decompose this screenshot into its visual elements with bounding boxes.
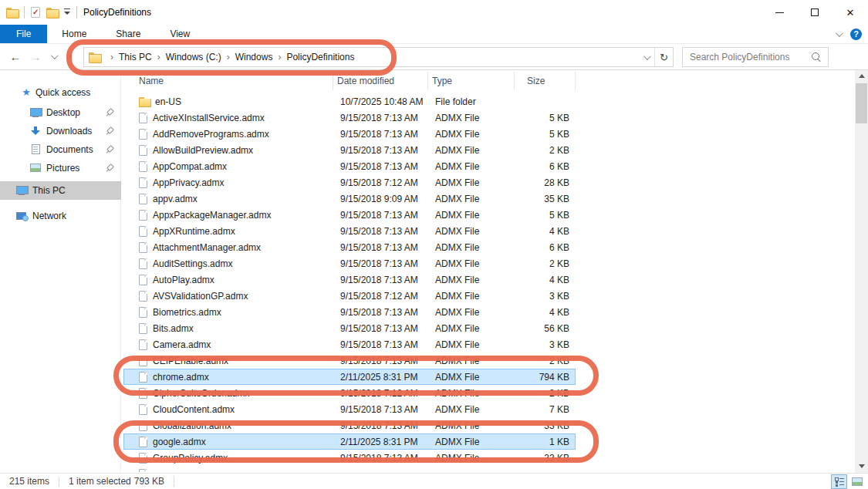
minimize-button[interactable] [762, 0, 797, 25]
customize-toolbar-icon[interactable] [64, 8, 70, 16]
expand-ribbon-icon[interactable] [836, 29, 843, 37]
sidebar-item-downloads[interactable]: Downloads [0, 123, 121, 139]
file-icon [139, 145, 147, 156]
file-icon [139, 291, 147, 302]
file-date: 2/11/2025 8:31 PM [334, 372, 429, 383]
tab-home[interactable]: Home [47, 25, 101, 43]
file-icon [139, 113, 147, 123]
file-name: AttachmentManager.admx [153, 242, 261, 253]
downloads-icon [31, 126, 40, 136]
file-row[interactable]: AuditSettings.admx 9/15/2018 7:13 AM ADM… [123, 255, 576, 271]
status-divider [174, 477, 174, 487]
toolbar-divider [76, 6, 77, 19]
file-name: chrome.admx [153, 372, 209, 383]
file-row[interactable]: AppPrivacy.admx 9/15/2018 7:12 AM ADMX F… [123, 174, 576, 191]
file-row[interactable]: AppXRuntime.admx 9/15/2018 7:13 AM ADMX … [123, 223, 576, 239]
file-row[interactable]: Camera.admx 9/15/2018 7:13 AM ADMX File … [123, 336, 576, 352]
breadcrumb-windows[interactable]: Windows [235, 52, 273, 62]
file-name: CEIPEnable.admx [153, 356, 228, 366]
file-row[interactable]: chrome.admx 2/11/2025 8:31 PM ADMX File … [123, 369, 576, 385]
new-folder-icon[interactable] [46, 8, 58, 17]
column-header-date-modified[interactable]: Date modified [333, 72, 428, 90]
file-row[interactable]: CipherSuiteOrder.admx 9/15/2018 7:12 AM … [123, 385, 576, 401]
file-row[interactable]: AddRemovePrograms.admx 9/15/2018 7:13 AM… [123, 126, 576, 142]
close-button[interactable]: ✕ [833, 0, 868, 25]
file-size: 5 KB [515, 113, 576, 123]
file-icon [139, 420, 147, 431]
refresh-icon[interactable]: ↻ [654, 48, 673, 66]
search-icon[interactable] [811, 52, 822, 62]
scroll-down-icon[interactable] [855, 460, 868, 472]
file-type: ADMX File [429, 404, 515, 415]
file-type: ADMX File [429, 129, 515, 140]
file-row[interactable]: Biometrics.admx 9/15/2018 7:13 AM ADMX F… [123, 304, 576, 320]
up-button[interactable]: ↑ [62, 44, 79, 69]
file-row[interactable]: AttachmentManager.admx 9/15/2018 7:13 AM… [123, 239, 576, 255]
maximize-button[interactable] [797, 0, 833, 25]
address-dropdown-icon[interactable] [637, 52, 654, 62]
file-row[interactable]: CloudContent.admx 9/15/2018 7:13 AM ADMX… [123, 401, 576, 417]
file-name: Bits.admx [153, 323, 194, 334]
sidebar-item-pictures[interactable]: Pictures [0, 160, 121, 176]
scrollbar-thumb[interactable] [856, 83, 867, 123]
file-row[interactable]: Globalization.admx 9/15/2018 7:13 AM ADM… [123, 417, 576, 433]
file-date: 9/15/2018 7:13 AM [334, 275, 429, 285]
file-row[interactable]: appv.admx 9/15/2018 9:09 AM ADMX File 35… [123, 191, 576, 207]
file-row[interactable]: AVSValidationGP.admx 9/15/2018 7:12 AM A… [123, 288, 576, 304]
sidebar-item-quick-access[interactable]: ★ Quick access [0, 84, 121, 100]
tab-file[interactable]: File [0, 25, 47, 43]
thumbnail-view-button[interactable] [849, 474, 865, 489]
quick-access-toolbar [6, 0, 77, 25]
file-name: google.admx [153, 437, 206, 447]
file-row[interactable]: ActiveXInstallService.admx 9/15/2018 7:1… [123, 110, 576, 126]
this-pc-icon [16, 186, 27, 195]
breadcrumb-this-pc[interactable]: This PC [119, 52, 152, 62]
file-icon [139, 242, 147, 253]
file-date: 9/15/2018 7:12 AM [334, 291, 429, 302]
file-row[interactable]: en-US 10/7/2025 10:48 AM File folder [123, 93, 576, 110]
forward-button[interactable]: → [26, 44, 45, 69]
breadcrumb-policydefinitions[interactable]: PolicyDefinitions [286, 52, 354, 62]
file-icon [139, 372, 147, 383]
details-view-button[interactable] [831, 474, 847, 489]
properties-icon[interactable] [31, 7, 40, 18]
file-row[interactable]: AppxPackageManager.admx 9/15/2018 7:13 A… [123, 207, 576, 223]
column-header-name[interactable]: Name [123, 72, 333, 90]
breadcrumb[interactable]: › This PC › Windows (C:) › Windows › Pol… [83, 47, 674, 67]
file-type: ADMX File [429, 177, 515, 188]
sidebar-item-this-pc[interactable]: This PC [0, 181, 121, 200]
sidebar-item-documents[interactable]: Documents [0, 141, 121, 157]
vertical-scrollbar[interactable] [855, 70, 868, 473]
file-icon [139, 469, 147, 473]
file-name: AppXRuntime.admx [153, 226, 235, 237]
file-row[interactable]: AllowBuildPreview.admx 9/15/2018 7:13 AM… [123, 142, 576, 158]
file-row[interactable]: AppCompat.admx 9/15/2018 7:13 AM ADMX Fi… [123, 158, 576, 174]
recent-locations-icon[interactable] [46, 44, 60, 69]
sidebar-item-network[interactable]: Network [0, 207, 121, 224]
quick-access-star-icon: ★ [22, 86, 31, 98]
file-type: ADMX File [429, 356, 515, 366]
file-date: 9/15/2018 7:13 AM [334, 113, 429, 123]
column-header-type[interactable]: Type [428, 72, 515, 90]
breadcrumb-windows-c[interactable]: Windows (C:) [166, 52, 221, 62]
file-name: AllowBuildPreview.admx [153, 145, 253, 156]
file-row[interactable]: CEIPEnable.admx 9/15/2018 7:13 AM ADMX F… [123, 352, 576, 369]
ribbon-tab-bar: File Home Share View ? [0, 25, 868, 44]
file-row[interactable]: google.admx 2/11/2025 8:31 PM ADMX File … [123, 433, 576, 450]
tab-view[interactable]: View [155, 25, 204, 43]
file-date: 2/11/2025 8:31 PM [334, 437, 429, 447]
scroll-up-icon[interactable] [855, 70, 868, 82]
sidebar-item-desktop[interactable]: Desktop [0, 104, 121, 120]
pictures-icon [30, 164, 41, 172]
back-button[interactable]: ← [6, 44, 25, 69]
file-row[interactable]: GroupPolicy.admx 9/15/2018 7:13 AM ADMX … [123, 450, 576, 466]
file-name: AutoPlay.admx [153, 275, 214, 285]
file-row[interactable]: AutoPlay.admx 9/15/2018 7:13 AM ADMX Fil… [123, 271, 576, 288]
help-icon[interactable]: ? [850, 29, 862, 40]
search-input[interactable] [683, 52, 811, 62]
file-row[interactable]: Bits.admx 9/15/2018 7:13 AM ADMX File 56… [123, 320, 576, 336]
tab-share[interactable]: Share [101, 25, 155, 43]
file-row[interactable] [123, 466, 576, 472]
file-size: 2 KB [515, 145, 576, 156]
column-header-size[interactable]: Size [515, 72, 576, 90]
